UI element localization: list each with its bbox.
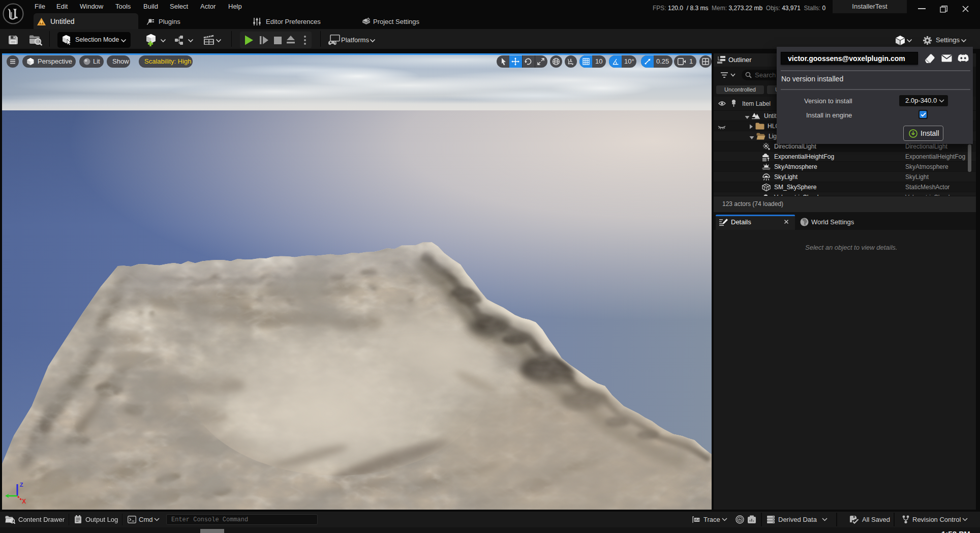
svg-text:X: X: [22, 498, 26, 505]
svg-text:Z: Z: [20, 483, 23, 488]
